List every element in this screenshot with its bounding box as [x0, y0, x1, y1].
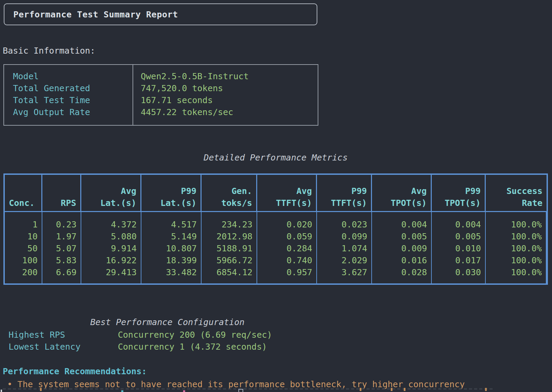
- metrics-value: 0.740: [261, 254, 312, 266]
- metrics-value: 9.914: [85, 242, 137, 254]
- metrics-column-p99-ttft: 0.0230.0991.0742.0293.627: [317, 212, 372, 283]
- metrics-value: 6854.12: [206, 266, 252, 278]
- metrics-value: 1.97: [46, 230, 77, 242]
- terminal-screen[interactable]: Performance Test Summary Report Basic In…: [0, 0, 552, 392]
- basic-info-values-column: Qwen2.5-0.5B-Instruct747,520.0 tokens167…: [133, 65, 318, 125]
- basic-info-value: Qwen2.5-0.5B-Instruct: [141, 70, 318, 82]
- metrics-column-gen-toks: 234.232012.985188.915966.726854.12: [202, 212, 257, 283]
- metrics-header-avg-tpot: AvgTPOT(s): [372, 175, 432, 212]
- basic-info-label: Avg Output Rate: [13, 106, 133, 118]
- metrics-table: Conc.RPSAvgLat.(s)P99Lat.(s)Gen.toks/sAv…: [3, 173, 548, 285]
- metrics-value: 0.23: [46, 219, 77, 230]
- metrics-value: 0.059: [261, 230, 312, 242]
- metrics-header-gen-toks: Gen.toks/s: [202, 175, 257, 212]
- report-title: Performance Test Summary Report: [13, 9, 178, 20]
- basic-info-label: Total Generated: [13, 82, 133, 94]
- metrics-header-line: Gen.: [206, 185, 252, 197]
- metrics-header-rps: RPS: [42, 175, 81, 212]
- metrics-value: 1.074: [321, 242, 367, 254]
- metrics-value: 0.030: [436, 266, 481, 278]
- metrics-header-line: Avg: [376, 185, 427, 197]
- metrics-header-line: Avg: [85, 185, 136, 197]
- clipped-text-fragment: [404, 388, 405, 391]
- metrics-value: 100.0%: [490, 254, 542, 266]
- best-config-title: Best Performance Configuration: [0, 316, 335, 328]
- metrics-value: 0.009: [376, 242, 427, 254]
- metrics-value: 100: [9, 254, 38, 266]
- report-title-box: Performance Test Summary Report: [4, 3, 317, 25]
- metrics-value: 33.482: [146, 266, 197, 278]
- metrics-header-success-rate: SuccessRate: [486, 175, 547, 212]
- metrics-header-avg-lat: AvgLat.(s): [81, 175, 141, 212]
- metrics-value: 0.957: [261, 266, 312, 278]
- best-config-value: Concurrency 200 (6.69 req/sec): [118, 329, 272, 341]
- metrics-value: 0.010: [436, 242, 481, 254]
- clipped-text-fragment: [360, 388, 361, 391]
- metrics-value: 3.627: [321, 266, 367, 278]
- metrics-header-p99-lat: P99Lat.(s): [141, 175, 202, 212]
- metrics-value: 4.372: [85, 219, 137, 230]
- metrics-header-line: RPS: [46, 197, 76, 209]
- clipped-text-fragment: [391, 388, 392, 391]
- metrics-table-title: Detailed Performance Metrics: [3, 152, 548, 164]
- metrics-column-avg-tpot: 0.0040.0050.0090.0160.028: [372, 212, 432, 283]
- metrics-value: 2012.98: [206, 230, 252, 242]
- metrics-value: 100.0%: [490, 219, 542, 230]
- missing-glyph-box-icon: [238, 389, 243, 392]
- clipped-text-fragment: [121, 390, 123, 392]
- metrics-header-line: P99: [321, 185, 367, 197]
- metrics-header-line: TPOT(s): [376, 197, 427, 209]
- metrics-value: 5.149: [146, 230, 197, 242]
- metrics-value: 0.099: [321, 230, 367, 242]
- basic-info-value: 167.71 seconds: [141, 94, 318, 106]
- metrics-value: 234.23: [206, 219, 252, 230]
- metrics-column-rps: 0.231.975.075.836.69: [42, 212, 81, 283]
- metrics-value: 18.399: [146, 254, 197, 266]
- clipped-text-fragment: [183, 390, 185, 392]
- metrics-header-line: TTFT(s): [261, 197, 312, 209]
- metrics-value: 6.69: [46, 266, 77, 278]
- metrics-header-p99-ttft: P99TTFT(s): [317, 175, 372, 212]
- metrics-value: 0.016: [376, 254, 427, 266]
- metrics-value: 0.005: [376, 230, 427, 242]
- clipped-text-fragment: [40, 388, 42, 391]
- metrics-value: 16.922: [85, 254, 137, 266]
- metrics-value: 50: [9, 242, 38, 254]
- metrics-value: 4.517: [146, 219, 197, 230]
- best-config-row: Highest RPS Concurrency 200 (6.69 req/se…: [0, 329, 335, 341]
- metrics-value: 200: [9, 266, 38, 278]
- metrics-value: 0.028: [376, 266, 427, 278]
- basic-info-labels-column: ModelTotal GeneratedTotal Test TimeAvg O…: [4, 65, 133, 125]
- clipped-bottom-line: [0, 388, 552, 392]
- metrics-column-p99-lat: 4.5175.14910.80718.39933.482: [141, 212, 202, 283]
- metrics-value: 0.004: [376, 219, 427, 230]
- metrics-header-line: Conc.: [9, 197, 37, 209]
- metrics-value: 0.005: [436, 230, 481, 242]
- metrics-header-line: Avg: [261, 185, 312, 197]
- basic-info-heading: Basic Information:: [3, 45, 95, 57]
- metrics-header-line: P99: [436, 185, 481, 197]
- metrics-value: 5.83: [46, 254, 77, 266]
- metrics-header-line: TTFT(s): [321, 197, 367, 209]
- metrics-column-p99-tpot: 0.0040.0050.0100.0170.030: [432, 212, 486, 283]
- metrics-column-avg-lat: 4.3725.0809.91416.92229.413: [81, 212, 141, 283]
- metrics-column-success-rate: 100.0%100.0%100.0%100.0%100.0%: [486, 212, 547, 283]
- metrics-header-line: toks/s: [206, 197, 252, 209]
- metrics-header-p99-tpot: P99TPOT(s): [432, 175, 486, 212]
- clipped-text-fragment: [485, 388, 487, 391]
- best-config-label: Lowest Latency: [9, 341, 81, 353]
- metrics-header-line: Lat.(s): [146, 197, 196, 209]
- metrics-header-avg-ttft: AvgTTFT(s): [257, 175, 317, 212]
- metrics-value: 5.080: [85, 230, 137, 242]
- best-config-row: Lowest Latency Concurrency 1 (4.372 seco…: [0, 341, 335, 353]
- metrics-value: 10.807: [146, 242, 197, 254]
- metrics-value: 0.284: [261, 242, 312, 254]
- metrics-value: 5.07: [46, 242, 77, 254]
- metrics-value: 100.0%: [490, 242, 542, 254]
- metrics-value: 0.017: [436, 254, 481, 266]
- basic-info-value: 747,520.0 tokens: [141, 82, 318, 94]
- best-config-label: Highest RPS: [9, 329, 65, 341]
- metrics-column-conc: 11050100200: [5, 212, 42, 283]
- clipped-text-fragment: [1, 390, 2, 392]
- best-config-value: Concurrency 1 (4.372 seconds): [118, 341, 267, 353]
